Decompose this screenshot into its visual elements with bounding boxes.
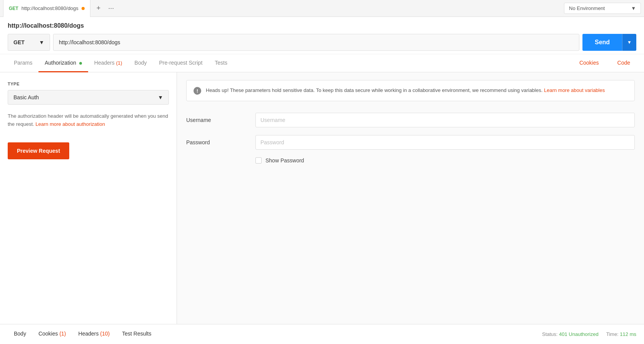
- request-bar: GET ▼ Send ▼: [8, 34, 636, 51]
- password-input[interactable]: [255, 135, 635, 150]
- tab-params[interactable]: Params: [8, 54, 38, 72]
- env-arrow-icon: ▼: [631, 5, 636, 11]
- bottom-status: Status: 401 Unauthorized Time: 112 ms: [542, 331, 636, 337]
- tab-headers[interactable]: Headers (1): [88, 54, 128, 72]
- more-tabs-button[interactable]: ···: [105, 3, 117, 14]
- username-label: Username: [186, 117, 255, 123]
- time-value: 112 ms: [620, 331, 636, 337]
- username-input[interactable]: [255, 113, 635, 127]
- auth-type-value: Basic Auth: [13, 94, 39, 100]
- add-tab-button[interactable]: +: [93, 3, 104, 14]
- preview-request-button[interactable]: Preview Request: [8, 142, 69, 159]
- auth-description: The authorization header will be automat…: [8, 112, 169, 129]
- show-password-label: Show Password: [265, 157, 304, 164]
- tab-body[interactable]: Body: [128, 54, 153, 72]
- method-arrow-icon: ▼: [39, 39, 44, 45]
- left-panel: TYPE Basic Auth ▼ The authorization head…: [0, 72, 177, 325]
- tab-cookies[interactable]: Cookies: [573, 54, 605, 72]
- tab-unsaved-dot: [82, 7, 85, 10]
- learn-more-variables-link[interactable]: Learn more about variables: [544, 87, 605, 93]
- info-text: Heads up! These parameters hold sensitiv…: [206, 87, 605, 95]
- tab-tests[interactable]: Tests: [209, 54, 234, 72]
- tab-bar: GET http://localhost:8080/dogs + ··· No …: [0, 0, 644, 17]
- time-label: Time: 112 ms: [606, 331, 636, 337]
- tab-actions: + ···: [93, 3, 117, 14]
- address-section: http://localhost:8080/dogs GET ▼ Send ▼: [0, 17, 644, 54]
- show-password-checkbox[interactable]: [255, 157, 262, 164]
- password-field-row: Password: [186, 135, 635, 150]
- environment-selector[interactable]: No Environment ▼: [564, 3, 641, 14]
- method-value: GET: [13, 39, 25, 45]
- bottom-tab-body[interactable]: Body: [8, 324, 32, 344]
- bottom-tab-cookies[interactable]: Cookies (1): [32, 324, 72, 344]
- request-title: http://localhost:8080/dogs: [8, 22, 636, 29]
- send-button[interactable]: Send: [582, 34, 622, 51]
- right-panel: ! Heads up! These parameters hold sensit…: [177, 72, 644, 325]
- learn-more-auth-link[interactable]: Learn more about authorization: [35, 121, 105, 127]
- tab-code[interactable]: Code: [611, 54, 636, 72]
- url-input[interactable]: [53, 34, 579, 51]
- tab-method-label: GET: [9, 6, 18, 11]
- username-field-row: Username: [186, 113, 635, 127]
- bottom-bar: Body Cookies (1) Headers (10) Test Resul…: [0, 324, 644, 344]
- env-label: No Environment: [569, 5, 605, 11]
- status-label: Status: 401 Unauthorized: [542, 331, 599, 337]
- send-button-group: Send ▼: [582, 34, 636, 51]
- tab-pre-request[interactable]: Pre-request Script: [153, 54, 209, 72]
- show-password-row: Show Password: [255, 157, 635, 164]
- main-content: TYPE Basic Auth ▼ The authorization head…: [0, 72, 644, 325]
- bottom-tab-test-results[interactable]: Test Results: [116, 324, 157, 344]
- authorization-active-dot: [79, 62, 82, 65]
- tab-url-label: http://localhost:8080/dogs: [22, 5, 78, 11]
- method-selector[interactable]: GET ▼: [8, 34, 50, 51]
- type-label: TYPE: [8, 82, 169, 86]
- auth-type-arrow-icon: ▼: [158, 94, 163, 100]
- bottom-tab-headers[interactable]: Headers (10): [72, 324, 116, 344]
- auth-type-selector[interactable]: Basic Auth ▼: [8, 90, 169, 105]
- tab-authorization[interactable]: Authorization: [38, 54, 88, 72]
- send-dropdown-button[interactable]: ▼: [622, 34, 636, 51]
- info-box: ! Heads up! These parameters hold sensit…: [186, 80, 635, 101]
- request-tab[interactable]: GET http://localhost:8080/dogs: [3, 0, 90, 17]
- info-icon: !: [194, 87, 201, 95]
- request-tabs-nav: Params Authorization Headers (1) Body Pr…: [0, 54, 644, 72]
- status-value: 401 Unauthorized: [559, 331, 599, 337]
- password-label: Password: [186, 139, 255, 145]
- tab-right-group: Cookies Code: [573, 54, 636, 72]
